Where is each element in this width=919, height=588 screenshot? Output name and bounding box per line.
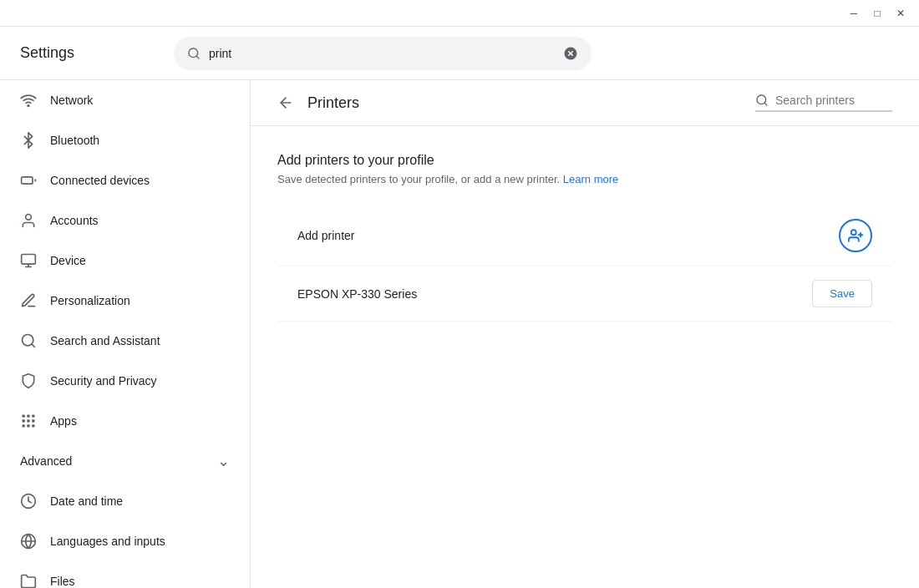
svg-line-12	[32, 344, 35, 347]
close-button[interactable]: ✕	[889, 2, 912, 25]
svg-point-5	[28, 105, 29, 107]
wifi-icon	[20, 92, 37, 109]
apps-icon	[20, 413, 37, 429]
sidebar-label-bluetooth: Bluetooth	[50, 134, 99, 147]
search-printers-bar[interactable]	[755, 94, 892, 112]
add-printer-row: Add printer	[277, 205, 892, 266]
sidebar-label-security-privacy: Security and Privacy	[50, 374, 157, 388]
svg-rect-17	[27, 419, 29, 422]
content-header: Printers	[251, 80, 919, 126]
sidebar-item-device[interactable]: Device	[0, 241, 250, 281]
add-printer-label: Add printer	[297, 229, 354, 242]
advanced-label: Advanced	[20, 454, 72, 468]
epson-printer-row: EPSON XP-330 Series Save	[277, 266, 892, 322]
sidebar-item-personalization[interactable]: Personalization	[0, 281, 250, 321]
search-printers-icon	[755, 94, 769, 107]
svg-rect-21	[32, 424, 34, 427]
sidebar-label-date-time: Date and time	[50, 494, 123, 508]
svg-line-27	[764, 103, 767, 105]
sidebar: Network Bluetooth Connected devices	[0, 80, 251, 588]
save-printer-button[interactable]: Save	[812, 280, 872, 307]
sidebar-item-bluetooth[interactable]: Bluetooth	[0, 120, 250, 160]
sidebar-item-apps[interactable]: Apps	[0, 401, 250, 441]
sidebar-label-apps: Apps	[50, 414, 77, 428]
sidebar-label-search-assistant: Search and Assistant	[50, 334, 160, 347]
sidebar-item-network[interactable]: Network	[0, 80, 250, 120]
main-layout: Network Bluetooth Connected devices	[0, 80, 919, 588]
svg-point-28	[851, 230, 856, 235]
svg-rect-20	[27, 424, 29, 427]
global-search-input[interactable]	[209, 47, 563, 60]
svg-rect-14	[27, 415, 29, 418]
sidebar-item-accounts[interactable]: Accounts	[0, 200, 250, 241]
svg-rect-19	[23, 424, 25, 427]
svg-rect-16	[23, 419, 25, 422]
sidebar-label-languages: Languages and inputs	[50, 535, 165, 548]
title-bar: ─ □ ✕	[0, 0, 919, 27]
advanced-section-header[interactable]: Advanced ⌄	[0, 441, 250, 481]
search-printers-input[interactable]	[775, 94, 892, 107]
search-icon	[187, 47, 201, 60]
learn-more-link[interactable]: Learn more	[563, 173, 618, 185]
content-body: Add printers to your profile Save detect…	[251, 126, 919, 348]
clock-icon	[20, 493, 37, 509]
sidebar-item-languages[interactable]: Languages and inputs	[0, 521, 250, 561]
svg-line-1	[196, 56, 199, 58]
chevron-up-icon: ⌄	[217, 452, 230, 470]
maximize-button[interactable]: □	[866, 2, 889, 25]
epson-printer-name: EPSON XP-330 Series	[297, 287, 417, 301]
sidebar-item-security-privacy[interactable]: Security and Privacy	[0, 361, 250, 401]
sidebar-label-device: Device	[50, 254, 86, 267]
svg-rect-6	[22, 177, 33, 184]
sidebar-item-connected-devices[interactable]: Connected devices	[0, 160, 250, 200]
add-printer-button[interactable]	[839, 219, 872, 252]
section-title: Add printers to your profile	[277, 153, 892, 168]
sidebar-label-personalization: Personalization	[50, 294, 130, 307]
svg-rect-15	[32, 415, 34, 418]
content-header-left: Printers	[277, 94, 359, 112]
app-title: Settings	[20, 44, 154, 62]
security-icon	[20, 373, 37, 389]
sidebar-label-files: Files	[50, 575, 75, 588]
sidebar-item-files[interactable]: Files	[0, 561, 250, 588]
back-button[interactable]	[277, 94, 294, 111]
content-area: Printers Add printers to your profile Sa…	[251, 80, 919, 588]
accounts-icon	[20, 212, 37, 229]
svg-point-7	[26, 215, 32, 220]
globe-icon	[20, 533, 37, 550]
section-desc: Save detected printers to your profile, …	[277, 173, 892, 185]
folder-icon	[20, 573, 37, 588]
device-icon	[20, 252, 37, 269]
header: Settings	[0, 27, 919, 80]
search-clear-button[interactable]	[563, 46, 578, 61]
svg-rect-8	[22, 255, 36, 265]
sidebar-item-date-time[interactable]: Date and time	[0, 481, 250, 521]
sidebar-item-search-assistant[interactable]: Search and Assistant	[0, 321, 250, 361]
global-search-bar[interactable]	[174, 37, 592, 70]
minimize-button[interactable]: ─	[842, 2, 866, 25]
page-title: Printers	[307, 94, 359, 112]
section-desc-text: Save detected printers to your profile, …	[277, 173, 560, 185]
personalization-icon	[20, 292, 37, 309]
search-assistant-icon	[20, 332, 37, 349]
sidebar-label-network: Network	[50, 94, 93, 107]
svg-rect-18	[32, 419, 34, 422]
connected-devices-icon	[20, 172, 37, 189]
sidebar-label-connected-devices: Connected devices	[50, 174, 150, 187]
bluetooth-icon	[20, 132, 37, 149]
sidebar-label-accounts: Accounts	[50, 214, 99, 227]
svg-rect-13	[23, 415, 25, 418]
